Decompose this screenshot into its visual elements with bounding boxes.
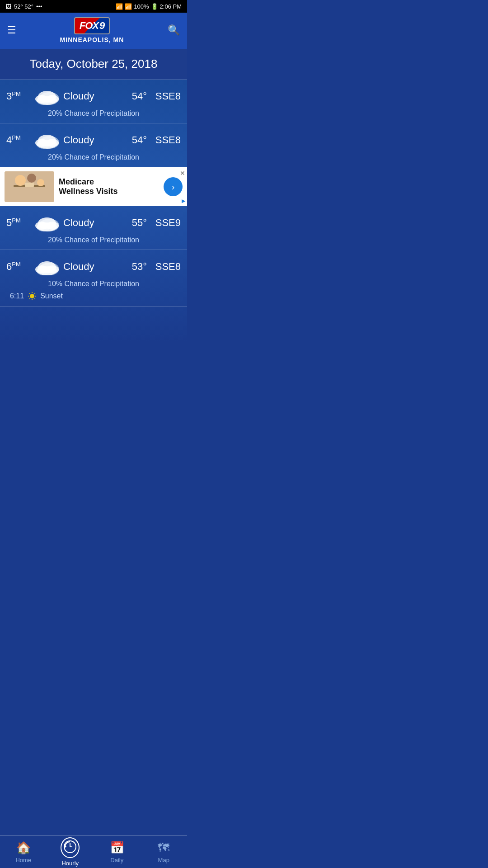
precip-6pm: 10% Chance of Precipitation: [6, 280, 181, 288]
ad-provider-logo: ▶: [182, 198, 185, 204]
time-6pm: 6PM: [6, 261, 33, 273]
date-text: Today, October 25, 2018: [30, 57, 158, 71]
ad-text-block: Medicare Wellness Visits: [54, 177, 164, 197]
precip-3pm: 20% Chance of Precipitation: [6, 109, 181, 118]
sunset-time: 6:11: [10, 292, 24, 300]
date-bar: Today, October 25, 2018: [0, 49, 187, 80]
ad-image: [5, 171, 54, 202]
wind-3pm: SSE8: [147, 90, 181, 102]
svg-line-38: [29, 298, 29, 299]
time-5pm: 5PM: [6, 217, 33, 229]
svg-rect-17: [25, 183, 34, 187]
svg-point-15: [27, 174, 36, 183]
nine-text: 9: [99, 20, 104, 32]
header-center: FOX 9 MINNEAPOLIS, MN: [60, 17, 124, 43]
weather-row-4pm: 4PM Cloudy 54° SSE8 20% Chance of Precip…: [0, 123, 187, 167]
weather-row-6pm: 6PM Cloudy 53° SSE8 10% Chance of Precip…: [0, 250, 187, 307]
svg-point-5: [37, 96, 57, 105]
ad-banner[interactable]: Medicare Wellness Visits › ✕ ▶: [0, 167, 187, 206]
time-4pm: 4PM: [6, 134, 33, 146]
temp-4pm: 54°: [117, 134, 147, 146]
ad-title: Medicare: [59, 177, 159, 187]
photo-icon: 🖼: [5, 3, 11, 10]
sunset-icon: [28, 292, 37, 301]
ad-image-inner: [5, 171, 54, 202]
status-left: 🖼 52° 52° •••: [5, 3, 42, 10]
condition-4pm: Cloudy: [61, 134, 117, 146]
time-3pm: 3PM: [6, 90, 33, 102]
search-button[interactable]: 🔍: [168, 24, 180, 36]
sunset-row: 6:11 Sunset: [6, 292, 181, 301]
condition-3pm: Cloudy: [61, 90, 117, 102]
ad-illustration: [5, 171, 54, 202]
condition-6pm: Cloudy: [61, 261, 117, 273]
svg-line-36: [35, 298, 35, 299]
status-bar: 🖼 52° 52° ••• 📶 📶 100% 🔋 2:06 PM: [0, 0, 187, 13]
svg-point-29: [37, 266, 57, 275]
svg-line-35: [29, 293, 29, 293]
svg-point-23: [37, 222, 57, 231]
battery-text: 100%: [134, 3, 149, 10]
menu-button[interactable]: ☰: [7, 24, 16, 36]
wind-5pm: SSE9: [147, 217, 181, 229]
svg-point-11: [37, 140, 57, 149]
cloud-icon-3pm: [33, 87, 61, 106]
wifi-icon: 📶: [116, 3, 123, 10]
wind-6pm: SSE8: [147, 261, 181, 273]
status-right: 📶 📶 100% 🔋 2:06 PM: [116, 3, 182, 10]
cloud-icon-4pm: [33, 131, 61, 150]
clock-display: 2:06 PM: [160, 3, 182, 10]
fox-text: FOX: [80, 20, 99, 32]
location-text: MINNEAPOLIS, MN: [60, 36, 124, 43]
svg-point-30: [30, 294, 34, 298]
ad-arrow-button[interactable]: ›: [164, 177, 183, 196]
battery-icon: 🔋: [151, 3, 158, 10]
cloud-icon-5pm: [33, 213, 61, 232]
sunset-label: Sunset: [40, 292, 63, 300]
app-header: ☰ FOX 9 MINNEAPOLIS, MN 🔍: [0, 13, 187, 49]
svg-line-37: [35, 293, 35, 293]
fox9-logo: FOX 9: [74, 17, 110, 34]
temperature-display: 52° 52°: [14, 3, 33, 10]
temp-3pm: 54°: [117, 90, 147, 102]
cloud-icon-6pm: [33, 257, 61, 276]
weather-row-3pm: 3PM Cloudy 54° SSE8 20% Chance of Precip…: [0, 80, 187, 123]
temp-6pm: 53°: [117, 261, 147, 273]
signal-icon: 📶: [125, 3, 132, 10]
weather-row-5pm: 5PM Cloudy 55° SSE9 20% Chance of Precip…: [0, 206, 187, 250]
ad-subtitle: Wellness Visits: [59, 187, 159, 196]
weather-content: 3PM Cloudy 54° SSE8 20% Chance of Precip…: [0, 80, 187, 343]
status-dots: •••: [36, 3, 42, 10]
temp-5pm: 55°: [117, 217, 147, 229]
ad-close-button[interactable]: ✕: [180, 170, 185, 177]
svg-point-16: [37, 179, 44, 186]
precip-5pm: 20% Chance of Precipitation: [6, 236, 181, 244]
precip-4pm: 20% Chance of Precipitation: [6, 153, 181, 161]
svg-point-14: [15, 175, 26, 186]
condition-5pm: Cloudy: [61, 217, 117, 229]
wind-4pm: SSE8: [147, 134, 181, 146]
